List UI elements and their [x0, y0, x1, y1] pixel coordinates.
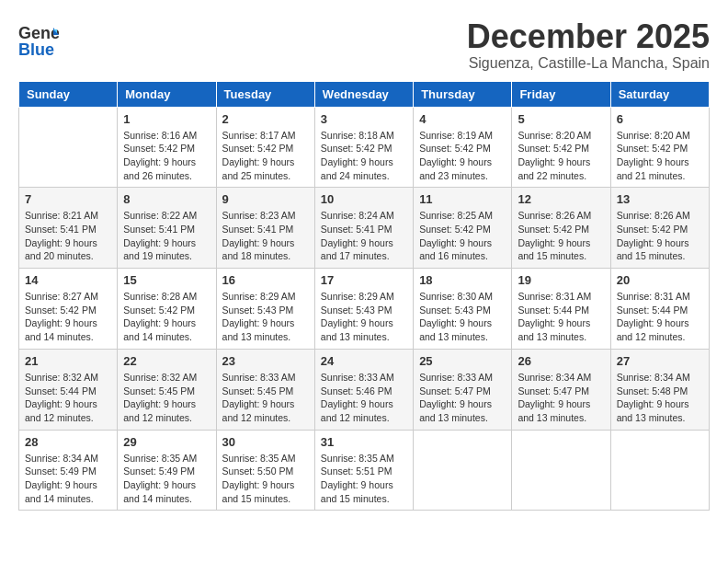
day-number: 13 — [617, 192, 703, 206]
day-info: Sunrise: 8:30 AM Sunset: 5:43 PM Dayligh… — [419, 290, 506, 344]
day-number: 17 — [321, 273, 407, 287]
day-number: 5 — [518, 112, 604, 126]
day-number: 25 — [419, 354, 506, 368]
day-number: 12 — [518, 192, 604, 206]
day-number: 24 — [321, 354, 407, 368]
table-row: 15Sunrise: 8:28 AM Sunset: 5:42 PM Dayli… — [118, 269, 216, 350]
day-number: 18 — [419, 273, 506, 287]
day-info: Sunrise: 8:17 AM Sunset: 5:42 PM Dayligh… — [222, 129, 309, 183]
page-header: General Blue December 2025 Siguenza, Cas… — [18, 18, 710, 72]
table-row: 16Sunrise: 8:29 AM Sunset: 5:43 PM Dayli… — [216, 269, 314, 350]
day-number: 26 — [518, 354, 604, 368]
table-row: 17Sunrise: 8:29 AM Sunset: 5:43 PM Dayli… — [314, 269, 413, 350]
col-wednesday: Wednesday — [314, 81, 413, 107]
table-row: 22Sunrise: 8:32 AM Sunset: 5:45 PM Dayli… — [118, 349, 216, 430]
day-number: 7 — [25, 192, 111, 206]
table-row: 23Sunrise: 8:33 AM Sunset: 5:45 PM Dayli… — [216, 349, 314, 430]
day-number: 22 — [123, 354, 210, 368]
day-number: 8 — [123, 192, 210, 206]
table-row: 19Sunrise: 8:31 AM Sunset: 5:44 PM Dayli… — [512, 269, 610, 350]
day-info: Sunrise: 8:32 AM Sunset: 5:45 PM Dayligh… — [123, 371, 210, 425]
calendar-week-row: 21Sunrise: 8:32 AM Sunset: 5:44 PM Dayli… — [19, 349, 710, 430]
table-row: 5Sunrise: 8:20 AM Sunset: 5:42 PM Daylig… — [512, 107, 610, 188]
day-number: 2 — [222, 112, 309, 126]
day-info: Sunrise: 8:24 AM Sunset: 5:41 PM Dayligh… — [321, 209, 407, 263]
table-row — [512, 430, 610, 511]
table-row: 1Sunrise: 8:16 AM Sunset: 5:42 PM Daylig… — [118, 107, 216, 188]
day-info: Sunrise: 8:16 AM Sunset: 5:42 PM Dayligh… — [123, 129, 210, 183]
day-number: 16 — [222, 273, 309, 287]
logo-icon: General Blue — [18, 20, 59, 61]
day-info: Sunrise: 8:25 AM Sunset: 5:42 PM Dayligh… — [419, 209, 506, 263]
day-number: 9 — [222, 192, 309, 206]
day-info: Sunrise: 8:20 AM Sunset: 5:42 PM Dayligh… — [617, 129, 703, 183]
table-row: 28Sunrise: 8:34 AM Sunset: 5:49 PM Dayli… — [19, 430, 118, 511]
table-row: 4Sunrise: 8:19 AM Sunset: 5:42 PM Daylig… — [414, 107, 512, 188]
day-info: Sunrise: 8:29 AM Sunset: 5:43 PM Dayligh… — [321, 290, 407, 344]
day-number: 19 — [518, 273, 604, 287]
logo: General Blue — [18, 18, 59, 61]
col-sunday: Sunday — [19, 81, 118, 107]
day-info: Sunrise: 8:26 AM Sunset: 5:42 PM Dayligh… — [617, 209, 703, 263]
day-info: Sunrise: 8:33 AM Sunset: 5:46 PM Dayligh… — [321, 371, 407, 425]
table-row — [610, 430, 709, 511]
day-number: 1 — [123, 112, 210, 126]
table-row: 29Sunrise: 8:35 AM Sunset: 5:49 PM Dayli… — [118, 430, 216, 511]
table-row: 13Sunrise: 8:26 AM Sunset: 5:42 PM Dayli… — [610, 188, 709, 269]
col-friday: Friday — [512, 81, 610, 107]
col-saturday: Saturday — [610, 81, 709, 107]
calendar-week-row: 28Sunrise: 8:34 AM Sunset: 5:49 PM Dayli… — [19, 430, 710, 511]
day-number: 14 — [25, 273, 111, 287]
table-row: 30Sunrise: 8:35 AM Sunset: 5:50 PM Dayli… — [216, 430, 314, 511]
day-info: Sunrise: 8:29 AM Sunset: 5:43 PM Dayligh… — [222, 290, 309, 344]
day-info: Sunrise: 8:35 AM Sunset: 5:50 PM Dayligh… — [222, 452, 309, 506]
svg-text:Blue: Blue — [18, 40, 54, 59]
calendar-week-row: 7Sunrise: 8:21 AM Sunset: 5:41 PM Daylig… — [19, 188, 710, 269]
day-info: Sunrise: 8:31 AM Sunset: 5:44 PM Dayligh… — [518, 290, 604, 344]
day-number: 10 — [321, 192, 407, 206]
table-row: 2Sunrise: 8:17 AM Sunset: 5:42 PM Daylig… — [216, 107, 314, 188]
table-row: 21Sunrise: 8:32 AM Sunset: 5:44 PM Dayli… — [19, 349, 118, 430]
table-row: 12Sunrise: 8:26 AM Sunset: 5:42 PM Dayli… — [512, 188, 610, 269]
day-number: 31 — [321, 435, 407, 449]
table-row: 11Sunrise: 8:25 AM Sunset: 5:42 PM Dayli… — [414, 188, 512, 269]
day-number: 4 — [419, 112, 506, 126]
day-number: 11 — [419, 192, 506, 206]
day-info: Sunrise: 8:23 AM Sunset: 5:41 PM Dayligh… — [222, 209, 309, 263]
day-info: Sunrise: 8:20 AM Sunset: 5:42 PM Dayligh… — [518, 129, 604, 183]
table-row: 27Sunrise: 8:34 AM Sunset: 5:48 PM Dayli… — [610, 349, 709, 430]
day-info: Sunrise: 8:34 AM Sunset: 5:49 PM Dayligh… — [25, 452, 111, 506]
svg-text:General: General — [18, 24, 59, 42]
table-row: 24Sunrise: 8:33 AM Sunset: 5:46 PM Dayli… — [314, 349, 413, 430]
day-number: 15 — [123, 273, 210, 287]
day-number: 21 — [25, 354, 111, 368]
day-info: Sunrise: 8:33 AM Sunset: 5:47 PM Dayligh… — [419, 371, 506, 425]
col-tuesday: Tuesday — [216, 81, 314, 107]
table-row: 9Sunrise: 8:23 AM Sunset: 5:41 PM Daylig… — [216, 188, 314, 269]
day-number: 30 — [222, 435, 309, 449]
day-number: 28 — [25, 435, 111, 449]
table-row: 6Sunrise: 8:20 AM Sunset: 5:42 PM Daylig… — [610, 107, 709, 188]
title-block: December 2025 Siguenza, Castille-La Manc… — [467, 18, 710, 72]
day-info: Sunrise: 8:18 AM Sunset: 5:42 PM Dayligh… — [321, 129, 407, 183]
day-info: Sunrise: 8:35 AM Sunset: 5:51 PM Dayligh… — [321, 452, 407, 506]
table-row: 7Sunrise: 8:21 AM Sunset: 5:41 PM Daylig… — [19, 188, 118, 269]
day-info: Sunrise: 8:21 AM Sunset: 5:41 PM Dayligh… — [25, 209, 111, 263]
table-row: 25Sunrise: 8:33 AM Sunset: 5:47 PM Dayli… — [414, 349, 512, 430]
calendar-table: Sunday Monday Tuesday Wednesday Thursday… — [18, 81, 710, 511]
table-row: 31Sunrise: 8:35 AM Sunset: 5:51 PM Dayli… — [314, 430, 413, 511]
calendar-week-row: 14Sunrise: 8:27 AM Sunset: 5:42 PM Dayli… — [19, 269, 710, 350]
day-info: Sunrise: 8:34 AM Sunset: 5:48 PM Dayligh… — [617, 371, 703, 425]
calendar-subtitle: Siguenza, Castille-La Mancha, Spain — [467, 55, 710, 72]
day-info: Sunrise: 8:26 AM Sunset: 5:42 PM Dayligh… — [518, 209, 604, 263]
day-info: Sunrise: 8:34 AM Sunset: 5:47 PM Dayligh… — [518, 371, 604, 425]
table-row: 18Sunrise: 8:30 AM Sunset: 5:43 PM Dayli… — [414, 269, 512, 350]
day-number: 20 — [617, 273, 703, 287]
calendar-title: December 2025 — [467, 18, 710, 55]
table-row: 26Sunrise: 8:34 AM Sunset: 5:47 PM Dayli… — [512, 349, 610, 430]
day-info: Sunrise: 8:32 AM Sunset: 5:44 PM Dayligh… — [25, 371, 111, 425]
table-row — [414, 430, 512, 511]
calendar-header-row: Sunday Monday Tuesday Wednesday Thursday… — [19, 81, 710, 107]
table-row — [19, 107, 118, 188]
day-info: Sunrise: 8:19 AM Sunset: 5:42 PM Dayligh… — [419, 129, 506, 183]
